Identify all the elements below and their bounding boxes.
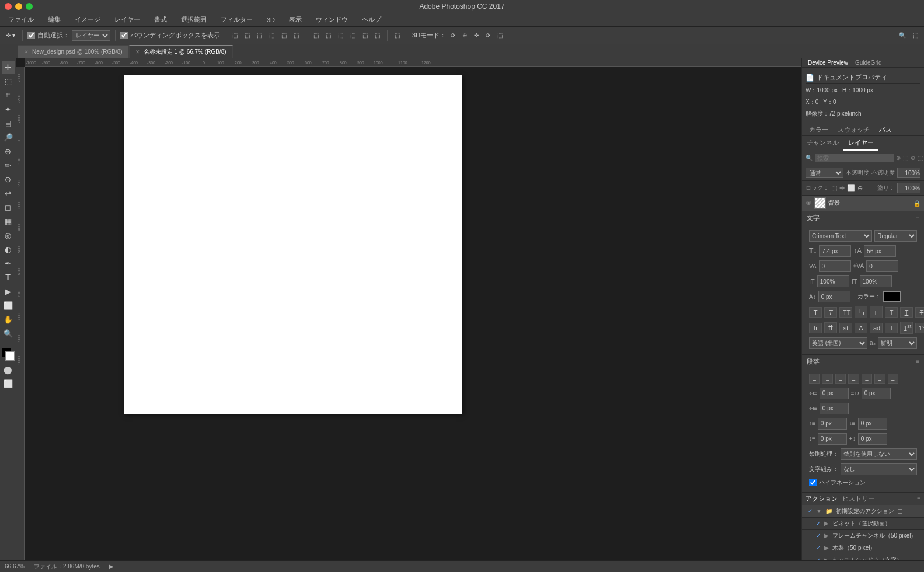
align-middle-btn[interactable]: ⬚ bbox=[279, 31, 289, 40]
action-expand-3[interactable]: ▶ bbox=[824, 532, 829, 539]
path-select-tool[interactable]: ▶ bbox=[2, 285, 15, 298]
indent-right-input[interactable] bbox=[862, 388, 891, 399]
tab-new-design-close[interactable]: ✕ bbox=[24, 49, 29, 55]
space-after-3-input[interactable] bbox=[858, 433, 887, 445]
vert-scale-input[interactable] bbox=[817, 275, 849, 287]
action-shadow[interactable]: ✓ ▶ キャストシャドウ（文字） bbox=[802, 554, 924, 560]
bold-btn[interactable]: T bbox=[809, 307, 822, 318]
brush-tool[interactable]: ✏ bbox=[2, 159, 15, 172]
lasso-tool[interactable]: ⌗ bbox=[2, 89, 15, 102]
workspace-button[interactable]: ⬚ bbox=[911, 31, 920, 40]
titling-btn[interactable]: ad bbox=[870, 323, 883, 333]
zoom-tool[interactable]: 🔍 bbox=[2, 327, 15, 340]
magic-wand-tool[interactable]: ✦ bbox=[2, 103, 15, 116]
opacity-input[interactable] bbox=[897, 168, 920, 178]
healing-tool[interactable]: ⊕ bbox=[2, 145, 15, 158]
action-expand-4[interactable]: ▶ bbox=[824, 545, 829, 551]
align-right-para[interactable]: ≡ bbox=[835, 374, 846, 384]
canvas-content[interactable] bbox=[25, 67, 801, 560]
distribute-2-btn[interactable]: ⬚ bbox=[323, 31, 333, 40]
para-panel-menu-icon[interactable]: ≡ bbox=[916, 358, 919, 365]
3d-roll-btn[interactable]: ⊕ bbox=[460, 31, 469, 40]
space-before-input[interactable] bbox=[818, 418, 847, 430]
action-wood[interactable]: ✓ ▶ 木製（50 pixel） bbox=[802, 542, 924, 554]
color-picker-box[interactable] bbox=[883, 291, 901, 302]
distribute-3-btn[interactable]: ⬚ bbox=[336, 31, 346, 40]
move-tool-button[interactable]: ✛ ▾ bbox=[4, 31, 18, 40]
swash-btn[interactable]: A bbox=[855, 323, 867, 333]
move-tool[interactable]: ✛ bbox=[2, 61, 15, 74]
font-style-select[interactable]: Regular bbox=[874, 230, 917, 242]
lock-pixels-icon[interactable]: ⬚ bbox=[831, 184, 837, 192]
minimize-button[interactable] bbox=[15, 3, 22, 10]
lock-all-icon[interactable]: ⬜ bbox=[847, 184, 855, 192]
3d-slide-btn[interactable]: ⟳ bbox=[483, 31, 493, 40]
align-center-para[interactable]: ≡ bbox=[822, 374, 832, 384]
history-tab[interactable]: ヒストリー bbox=[842, 494, 874, 503]
superscript-btn[interactable]: T' bbox=[870, 306, 883, 318]
actions-menu-icon[interactable]: ≡ bbox=[917, 496, 920, 502]
color-tab-swatches[interactable]: スウォッチ bbox=[833, 124, 874, 135]
contextual-btn[interactable]: T bbox=[885, 323, 898, 333]
hyphenation-checkbox[interactable] bbox=[809, 479, 817, 486]
blur-tool[interactable]: ◎ bbox=[2, 229, 15, 242]
hand-tool[interactable]: ✋ bbox=[2, 313, 15, 326]
line-height-input[interactable] bbox=[864, 245, 896, 257]
lock-position-icon[interactable]: ✛ bbox=[839, 184, 845, 192]
composer-select[interactable]: なし bbox=[841, 463, 917, 475]
justify-center-para[interactable]: ≡ bbox=[862, 374, 872, 384]
action-expand-5[interactable]: ▶ bbox=[824, 557, 829, 560]
layer-tab-layers[interactable]: レイヤー bbox=[843, 136, 878, 151]
all-caps-btn[interactable]: TT bbox=[839, 307, 852, 318]
font-family-select[interactable]: Crimson Text bbox=[809, 230, 872, 242]
distribute-btn[interactable]: ⬚ bbox=[311, 31, 321, 40]
indent-first-input[interactable] bbox=[820, 403, 849, 414]
guide-grid-tab[interactable]: GuideGrid bbox=[852, 58, 885, 67]
antialias-select[interactable]: 鮮明 シャープ 滑らか なし bbox=[878, 337, 917, 349]
tab-untitled[interactable]: ✕ 名称未設定 1 @ 66.7% (RGB/8) bbox=[129, 45, 233, 58]
distribute-5-btn[interactable]: ⬚ bbox=[360, 31, 370, 40]
align-left-btn[interactable]: ⬚ bbox=[230, 31, 240, 40]
horiz-scale-input[interactable] bbox=[860, 275, 892, 287]
gradient-tool[interactable]: ▦ bbox=[2, 215, 15, 228]
pen-tool[interactable]: ✒ bbox=[2, 257, 15, 270]
actions-tab[interactable]: アクション bbox=[806, 494, 838, 503]
3d-scale-btn[interactable]: ⬚ bbox=[495, 31, 505, 40]
action-expand-icon[interactable]: ▼ bbox=[816, 508, 822, 514]
crop-tool[interactable]: ⌸ bbox=[2, 117, 15, 130]
justify-right-para[interactable]: ≡ bbox=[874, 374, 885, 384]
search-button[interactable]: 🔍 bbox=[897, 31, 908, 40]
action-expand-2[interactable]: ▶ bbox=[824, 520, 829, 526]
arrange-btn[interactable]: ⬚ bbox=[392, 31, 402, 40]
bounding-box-checkbox[interactable] bbox=[120, 32, 128, 39]
blend-mode-select[interactable]: 通常 bbox=[806, 168, 843, 178]
dodge-tool[interactable]: ◐ bbox=[2, 243, 15, 256]
menu-file[interactable]: ファイル bbox=[5, 14, 37, 25]
canvas-document[interactable] bbox=[124, 75, 462, 414]
canvas-area[interactable]: -1000 -900 -800 -700 -600 -500 -400 -300… bbox=[16, 58, 801, 560]
layer-lock-filter[interactable]: ⊕ bbox=[911, 155, 915, 161]
action-frame[interactable]: ✓ ▶ フレームチャンネル（50 pixel） bbox=[802, 530, 924, 542]
history-brush-tool[interactable]: ↩ bbox=[2, 187, 15, 200]
fill-input[interactable] bbox=[897, 183, 920, 193]
space-after-2-input[interactable] bbox=[818, 433, 847, 445]
menu-edit[interactable]: 編集 bbox=[44, 14, 64, 25]
menu-3d[interactable]: 3D bbox=[263, 15, 278, 25]
menu-select[interactable]: 選択範囲 bbox=[177, 14, 210, 25]
color-tab-color[interactable]: カラー bbox=[804, 124, 833, 135]
layer-type-filter[interactable]: ⊕ bbox=[896, 155, 901, 161]
maximize-button[interactable] bbox=[26, 3, 33, 10]
align-center-btn[interactable]: ⬚ bbox=[242, 31, 252, 40]
menu-help[interactable]: ヘルプ bbox=[358, 14, 385, 25]
action-vignette[interactable]: ✓ ▶ ビネット（選択動画） bbox=[802, 518, 924, 530]
tab-new-design[interactable]: ✕ New_design.psd @ 100% (RGB/8) bbox=[18, 45, 129, 58]
baseline-input[interactable] bbox=[818, 291, 850, 302]
language-select[interactable]: 英語 (米国) bbox=[809, 337, 867, 349]
align-top-btn[interactable]: ⬚ bbox=[267, 31, 277, 40]
menu-format[interactable]: 書式 bbox=[151, 14, 170, 25]
font-size-input[interactable] bbox=[819, 245, 851, 257]
align-right-btn[interactable]: ⬚ bbox=[254, 31, 264, 40]
align-left-para[interactable]: ≡ bbox=[809, 374, 820, 384]
ligature-btn[interactable]: fi bbox=[809, 323, 822, 333]
status-arrow[interactable]: ▶ bbox=[109, 563, 114, 570]
